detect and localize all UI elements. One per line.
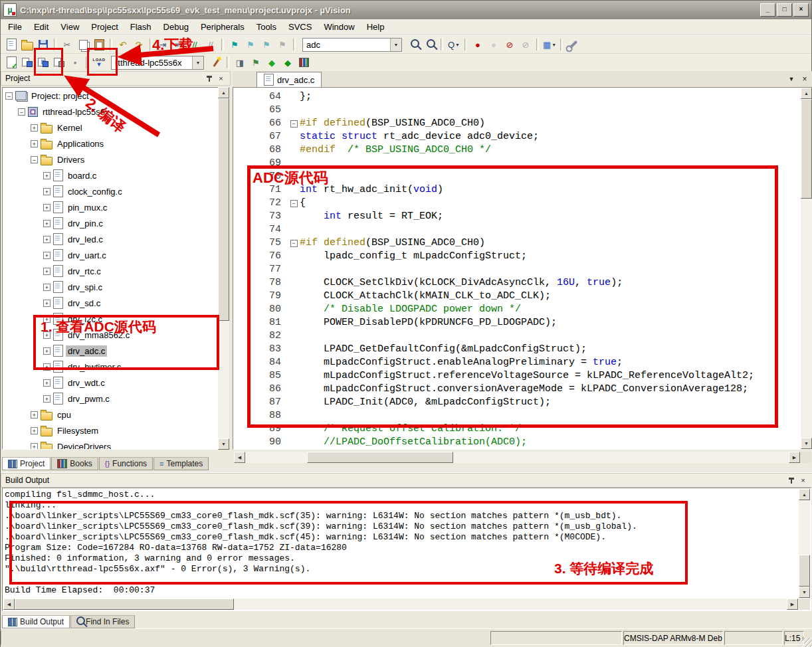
minimize-button[interactable]: _ [760,3,775,17]
chevron-down-icon[interactable]: ▼ [390,39,401,51]
collapse-icon[interactable]: − [5,92,13,100]
scroll-right-icon[interactable]: ▶ [789,452,800,463]
redo-icon[interactable]: ↷ [132,37,146,52]
tree-item-pin-mux-c[interactable]: +pin_mux.c [3,199,229,215]
expand-icon[interactable]: + [43,347,51,355]
disable-breakpoint-icon[interactable]: ● [486,37,501,52]
find-in-files-icon[interactable] [407,37,421,52]
project-tab-books[interactable]: Books [51,457,98,470]
output-tab-find-in-files[interactable]: Find In Files [70,615,135,628]
tree-item-project-project[interactable]: −Project: project [3,88,229,104]
tree-item-drv-pwm-c[interactable]: +drv_pwm.c [3,391,229,407]
project-tree[interactable]: −Project: project−rtthread-lpc55s6x+Kern… [2,87,229,450]
chevron-down-icon[interactable]: ▼ [192,56,203,69]
tree-item-rtthread-lpc55s6x[interactable]: −rtthread-lpc55s6x [3,104,229,120]
configure-icon[interactable] [566,37,581,52]
collapse-icon[interactable]: − [31,156,38,163]
tree-item-drv-spi-c[interactable]: +drv_spi.c [3,279,229,295]
scroll-down-icon[interactable]: ▼ [801,438,812,449]
expand-icon[interactable]: + [43,204,51,211]
project-tab-project[interactable]: Project [2,457,51,470]
scrollbar-thumb[interactable] [799,555,810,587]
expand-icon[interactable]: + [43,331,51,339]
manage-items-icon[interactable]: ⚑ [249,55,263,70]
scroll-down-icon[interactable]: ▼ [799,587,810,598]
next-bookmark-icon[interactable]: ⚑ [259,37,274,52]
expand-icon[interactable]: + [43,268,51,275]
scrollbar-thumb[interactable] [307,452,453,463]
bookmark-icon[interactable]: ⚑ [227,37,242,52]
new-file-icon[interactable] [4,37,19,52]
uncomment-icon[interactable]: // [203,37,218,52]
debug-windows-icon[interactable]: ▦▼ [542,37,557,52]
close-tab-icon[interactable]: × [799,74,810,84]
close-panel-icon[interactable]: × [798,476,808,486]
tree-item-drv-uart-c[interactable]: +drv_uart.c [3,247,229,263]
menu-peripherals[interactable]: Peripherals [195,20,251,34]
chevron-down-icon[interactable]: ▼ [455,43,460,47]
close-panel-icon[interactable]: × [216,74,226,84]
insert-breakpoint-icon[interactable]: ● [470,37,485,52]
project-tab-templates[interactable]: ≡Templates [153,457,209,470]
scroll-up-icon[interactable]: ▲ [218,87,229,98]
tree-item-drv-i2c-c[interactable]: +drv_i2c.c [3,311,229,327]
tree-item-drivers[interactable]: −Drivers [3,151,229,167]
scrollbar-thumb[interactable] [801,99,812,199]
books-icon[interactable] [296,55,311,70]
copy-icon[interactable] [76,37,90,52]
tree-item-drv-hwtimer-c[interactable]: +drv_hwtimer.c [3,359,229,375]
tree-item-drv-adc-c[interactable]: +drv_adc.c [3,343,229,359]
enable-breakpoints-icon[interactable]: ⊘ [518,37,533,52]
download-icon[interactable]: LOAD▼ [92,55,106,70]
rebuild-icon[interactable] [36,55,51,70]
expand-icon[interactable]: + [43,316,51,323]
search-combo[interactable]: adc▼ [302,38,402,52]
tree-item-applications[interactable]: +Applications [3,136,229,151]
expand-icon[interactable]: + [43,300,51,307]
target-combo[interactable]: rtthread-lpc55s6x▼ [111,56,204,70]
close-button[interactable]: × [793,3,809,17]
target-options-icon[interactable] [209,55,223,70]
scroll-left-icon[interactable]: ◀ [234,452,245,463]
open-file-icon[interactable] [20,37,35,52]
find-icon[interactable] [423,37,437,52]
expand-icon[interactable]: + [43,236,51,243]
scrollbar-thumb[interactable] [218,98,229,321]
fold-collapse-icon[interactable]: − [290,240,298,247]
menu-project[interactable]: Project [85,20,124,34]
tree-item-drv-led-c[interactable]: +drv_led.c [3,231,229,247]
pin-icon[interactable] [204,74,214,84]
translate-icon[interactable] [4,55,19,70]
cut-icon[interactable]: ✂ [60,37,74,52]
tree-item-board-c[interactable]: +board.c [3,167,229,183]
collapse-icon[interactable]: − [18,108,25,116]
expand-icon[interactable]: + [43,188,51,195]
comment-icon[interactable]: // [187,37,202,52]
tree-item-devicedrivers[interactable]: +DeviceDrivers [3,438,229,450]
chevron-down-icon[interactable]: ▼ [552,43,556,47]
scroll-up-icon[interactable]: ▲ [801,88,812,99]
menu-help[interactable]: Help [361,20,391,34]
expand-icon[interactable]: + [31,124,38,132]
paste-icon[interactable] [92,37,106,52]
menu-file[interactable]: File [2,20,28,34]
expand-icon[interactable]: + [43,363,51,371]
stop-build-icon[interactable]: ▪ [68,55,82,70]
build-output-vertical-scrollbar[interactable]: ▲ ▼ [799,489,810,598]
menu-window[interactable]: Window [318,20,360,34]
tree-item-drv-sd-c[interactable]: +drv_sd.c [3,295,229,311]
fold-collapse-icon[interactable]: − [290,200,298,207]
tree-item-drv-wdt-c[interactable]: +drv_wdt.c [3,375,229,391]
menu-tools[interactable]: Tools [251,20,282,34]
expand-icon[interactable]: + [31,443,38,450]
scroll-up-icon[interactable]: ▲ [799,489,810,500]
menu-flash[interactable]: Flash [124,20,157,34]
menu-view[interactable]: View [54,20,85,34]
tree-item-drv-rtc-c[interactable]: +drv_rtc.c [3,263,229,279]
tab-list-icon[interactable]: ▼ [786,74,797,84]
expand-icon[interactable]: + [43,220,51,227]
scroll-left-icon[interactable]: ◀ [3,599,15,610]
code-area[interactable]: 64};6566−#if defined(BSP_USING_ADC0_CH0)… [233,90,801,449]
save-icon[interactable] [36,37,51,52]
build-output-horizontal-scrollbar[interactable]: ◀ ▶ [3,599,798,610]
